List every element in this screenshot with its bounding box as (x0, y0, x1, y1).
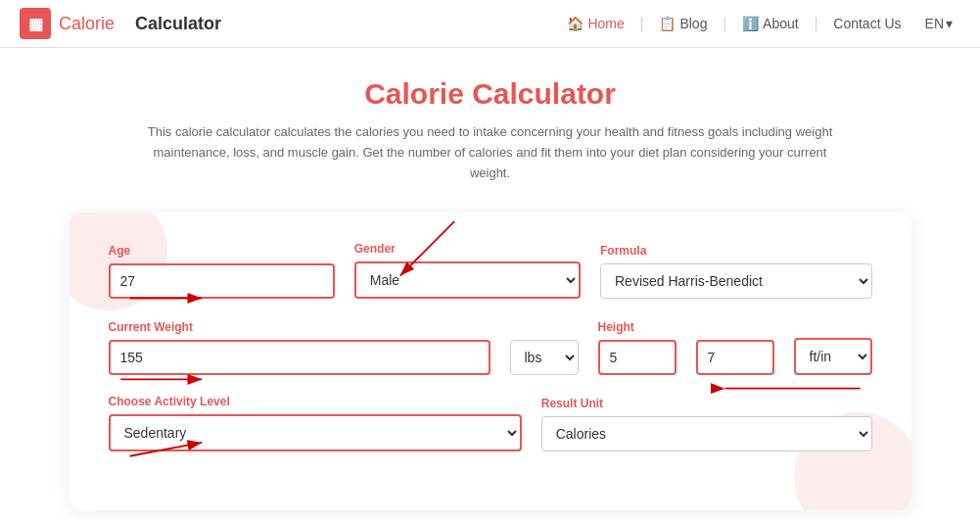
formula-field-group: Formula Revised Harris-Benedict Mifflin-… (600, 244, 872, 299)
weight-unit-label (510, 320, 579, 334)
page-description: This calorie calculator calculates the c… (148, 122, 833, 183)
formula-label: Formula (600, 244, 872, 258)
gender-field-group: Gender Male Female (354, 242, 581, 299)
calculator-form-card: Age Gender Male Female Formula Revised H… (70, 213, 911, 510)
weight-field-group: Current Weight (109, 320, 490, 375)
chevron-down-icon: ▾ (946, 16, 953, 31)
age-field-group: Age (109, 244, 335, 299)
height2-field-group (696, 320, 774, 375)
nav-links: 🏠 Home | 📋 Blog | ℹ️ About | Contact Us … (555, 10, 960, 37)
blog-icon: 📋 (659, 16, 676, 31)
weight-label: Current Weight (109, 320, 490, 334)
brand-name-part1: Calorie (59, 14, 115, 34)
form-row-2: Current Weight lbs kg Height (109, 318, 872, 375)
page-title: Calorie Calculator (70, 77, 911, 111)
nav-home[interactable]: 🏠 Home (555, 10, 635, 37)
weight-unit-group: lbs kg (510, 320, 579, 375)
form-row-3: Choose Activity Level Sedentary Lightly … (109, 395, 872, 451)
weight-input[interactable] (109, 340, 490, 375)
navbar: ▦ Calorie Calculator 🏠 Home | 📋 Blog | ℹ… (0, 0, 980, 48)
height-field-group: Height (598, 320, 677, 375)
activity-field-group: Choose Activity Level Sedentary Lightly … (109, 395, 522, 451)
brand-name-part2: Calculator (135, 14, 221, 34)
nav-blog[interactable]: 📋 Blog (647, 10, 719, 37)
brand-logo[interactable]: ▦ Calorie Calculator (20, 8, 221, 39)
formula-select[interactable]: Revised Harris-Benedict Mifflin-St Jeor … (600, 263, 872, 299)
nav-about[interactable]: ℹ️ About (730, 10, 811, 37)
home-icon: 🏠 (567, 16, 583, 31)
activity-label: Choose Activity Level (109, 395, 522, 408)
age-input[interactable] (109, 263, 335, 299)
age-label: Age (109, 244, 335, 258)
nav-contact[interactable]: Contact Us (821, 10, 912, 37)
gender-select[interactable]: Male Female (354, 261, 581, 299)
gender-label: Gender (354, 242, 581, 256)
activity-select[interactable]: Sedentary Lightly Active Moderately Acti… (109, 414, 522, 451)
form-row-1: Age Gender Male Female Formula Revised H… (109, 242, 872, 299)
info-icon: ℹ️ (742, 16, 759, 31)
result-unit-label: Result Unit (541, 397, 872, 410)
result-unit-field-group: Result Unit Calories Kilojoules (541, 397, 872, 451)
height-unit-select[interactable]: ft/in cm (794, 338, 872, 375)
height-unit-spacer (794, 318, 872, 332)
main-content: Calorie Calculator This calorie calculat… (50, 77, 931, 520)
result-unit-select[interactable]: Calories Kilojoules (541, 416, 872, 451)
height-ft-input[interactable] (598, 340, 677, 375)
height2-spacer (696, 320, 774, 334)
height-in-input[interactable] (696, 340, 774, 375)
height-unit-field-group: ft/in cm (794, 318, 872, 375)
brand-icon: ▦ (20, 8, 51, 39)
lang-selector[interactable]: EN ▾ (917, 12, 960, 35)
height-label: Height (598, 320, 677, 334)
weight-unit-select[interactable]: lbs kg (510, 340, 579, 375)
